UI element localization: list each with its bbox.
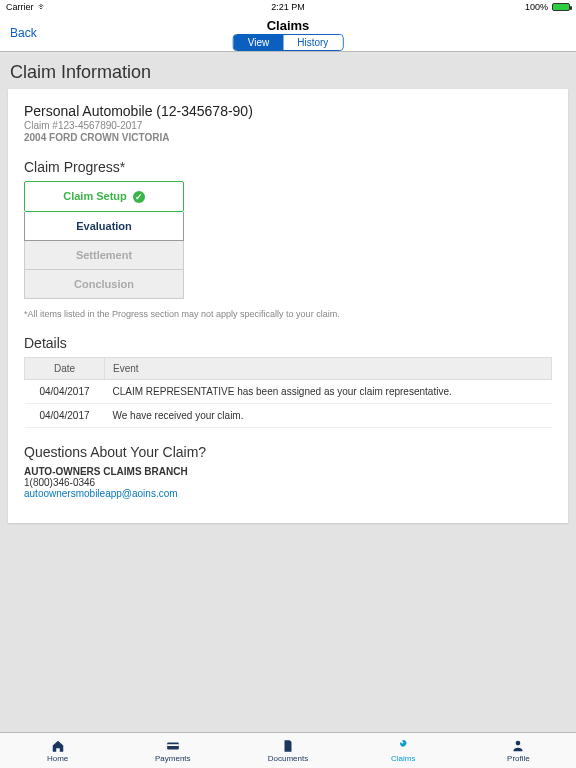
tab-profile-label: Profile	[507, 754, 530, 763]
home-icon	[50, 739, 66, 753]
nav-bar: Claims Back View History	[0, 14, 576, 52]
claim-card: Personal Automobile (12-345678-90) Claim…	[8, 89, 568, 523]
wifi-icon: ᯤ	[38, 2, 47, 12]
progress-disclaimer: *All items listed in the Progress sectio…	[24, 309, 444, 319]
contact-branch: AUTO-OWNERS CLAIMS BRANCH	[24, 466, 552, 477]
claim-vehicle: 2004 FORD CROWN VICTORIA	[24, 132, 552, 143]
step-conclusion: Conclusion	[24, 270, 184, 299]
tab-bar: Home Payments Documents Claims Profile	[0, 732, 576, 768]
person-icon	[510, 739, 526, 753]
table-row: 04/04/2017 CLAIM REPRESENTATIVE has been…	[25, 380, 552, 404]
segmented-control: View History	[233, 34, 344, 51]
back-button[interactable]: Back	[10, 26, 37, 40]
col-event: Event	[105, 358, 552, 380]
tab-profile[interactable]: Profile	[461, 733, 576, 768]
card-icon	[165, 739, 181, 753]
svg-rect-1	[167, 744, 179, 746]
row-date: 04/04/2017	[25, 380, 105, 404]
row-event: We have received your claim.	[105, 404, 552, 428]
details-table: Date Event 04/04/2017 CLAIM REPRESENTATI…	[24, 357, 552, 428]
contact-phone[interactable]: 1(800)346-0346	[24, 477, 552, 488]
status-bar: Carrier ᯤ 2:21 PM 100%	[0, 0, 576, 14]
step-setup: Claim Setup✓	[24, 181, 184, 212]
battery-icon	[552, 3, 570, 11]
tab-claims[interactable]: Claims	[346, 733, 461, 768]
tab-documents-label: Documents	[268, 754, 308, 763]
col-date: Date	[25, 358, 105, 380]
nav-title: Claims	[267, 18, 310, 33]
check-icon: ✓	[133, 191, 145, 203]
tools-icon	[395, 739, 411, 753]
claim-number: Claim #123-4567890-2017	[24, 120, 552, 131]
tab-payments-label: Payments	[155, 754, 191, 763]
page-title: Claim Information	[0, 52, 576, 89]
step-settlement: Settlement	[24, 241, 184, 270]
carrier-label: Carrier	[6, 2, 34, 12]
status-time: 2:21 PM	[271, 2, 305, 12]
tab-claims-label: Claims	[391, 754, 415, 763]
step-evaluation: Evaluation	[24, 212, 184, 241]
tab-documents[interactable]: Documents	[230, 733, 345, 768]
svg-point-2	[516, 740, 521, 745]
row-event: CLAIM REPRESENTATIVE has been assigned a…	[105, 380, 552, 404]
battery-pct: 100%	[525, 2, 548, 12]
page-body: Claim Information Personal Automobile (1…	[0, 52, 576, 732]
contact-email[interactable]: autoownersmobileapp@aoins.com	[24, 488, 552, 499]
claim-type: Personal Automobile (12-345678-90)	[24, 103, 552, 119]
progress-heading: Claim Progress*	[24, 159, 552, 175]
document-icon	[280, 739, 296, 753]
table-row: 04/04/2017 We have received your claim.	[25, 404, 552, 428]
tab-payments[interactable]: Payments	[115, 733, 230, 768]
details-heading: Details	[24, 335, 552, 351]
tab-home[interactable]: Home	[0, 733, 115, 768]
tab-home-label: Home	[47, 754, 68, 763]
row-date: 04/04/2017	[25, 404, 105, 428]
step-setup-label: Claim Setup	[63, 190, 127, 202]
contact-heading: Questions About Your Claim?	[24, 444, 552, 460]
seg-view[interactable]: View	[234, 35, 284, 50]
progress-widget: Claim Setup✓ Evaluation Settlement Concl…	[24, 181, 184, 299]
seg-history[interactable]: History	[283, 35, 342, 50]
